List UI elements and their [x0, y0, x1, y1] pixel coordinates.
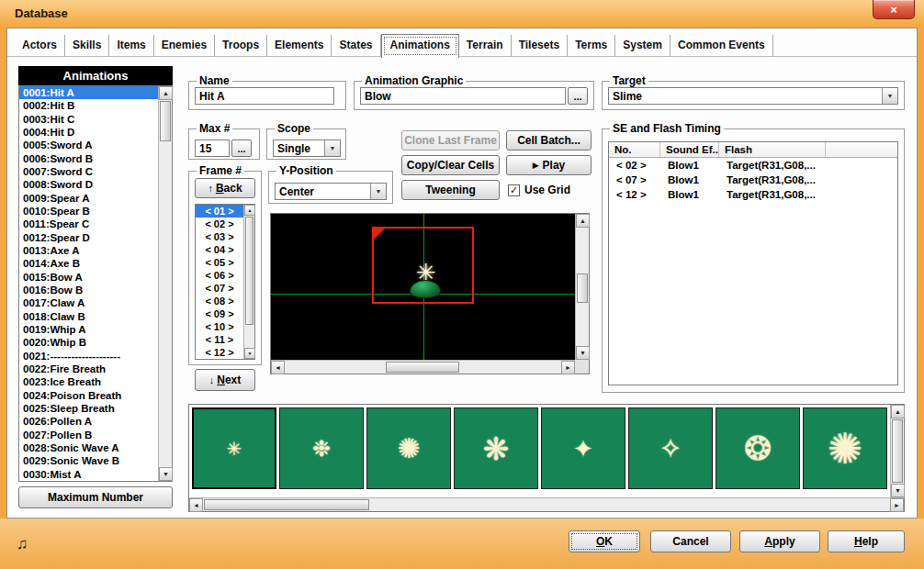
- scroll-up-button[interactable]: ▲: [891, 405, 905, 418]
- animation-list-item[interactable]: 0006:Sword B: [19, 152, 158, 165]
- scroll-up-button[interactable]: ▲: [244, 205, 255, 216]
- animation-frame-cell[interactable]: ✳: [192, 407, 276, 489]
- frame-list-item[interactable]: < 03 >: [196, 230, 243, 243]
- scroll-right-button[interactable]: ►: [890, 498, 904, 512]
- max-browse-button[interactable]: ...: [231, 139, 252, 157]
- animation-frame-cell[interactable]: ✧: [628, 407, 713, 489]
- scroll-right-button[interactable]: ►: [561, 361, 575, 374]
- animation-list-item[interactable]: 0005:Sword A: [19, 139, 158, 151]
- scrollbar-thumb[interactable]: [245, 217, 254, 325]
- animation-graphic-value[interactable]: Blow: [360, 87, 566, 105]
- animation-list-item[interactable]: 0019:Whip A: [19, 323, 158, 336]
- frame-list-item[interactable]: < 02 >: [196, 218, 243, 230]
- strip-vertical-scrollbar[interactable]: ▲ ▼: [890, 405, 904, 497]
- tab-elements[interactable]: Elements: [267, 35, 332, 57]
- column-header-no[interactable]: No.: [609, 142, 660, 157]
- animation-list-item[interactable]: 0004:Hit D: [19, 126, 158, 139]
- tab-actors[interactable]: Actors: [15, 35, 65, 57]
- animation-list-scrollbar[interactable]: ▲ ▼: [158, 86, 172, 481]
- animation-list-item[interactable]: 0029:Sonic Wave B: [19, 454, 158, 467]
- cancel-button[interactable]: Cancel: [650, 530, 731, 552]
- animation-list-item[interactable]: 0017:Claw A: [19, 296, 158, 309]
- scrollbar-thumb[interactable]: [160, 101, 171, 141]
- name-input[interactable]: [195, 87, 334, 105]
- scope-select[interactable]: Single ▼: [273, 139, 341, 157]
- chevron-down-icon[interactable]: ▼: [370, 184, 386, 199]
- animation-list-item[interactable]: 0022:Fire Breath: [19, 363, 158, 375]
- animation-list-item[interactable]: 0012:Spear D: [19, 231, 158, 244]
- maximum-number-button[interactable]: Maximum Number: [18, 486, 173, 508]
- frame-list-item[interactable]: < 08 >: [196, 295, 243, 307]
- frame-back-button[interactable]: ↑ Back: [195, 178, 255, 198]
- animation-list-item[interactable]: 0026:Pollen A: [19, 415, 158, 428]
- animation-frame-cell[interactable]: ✺: [366, 407, 451, 489]
- table-row[interactable]: < 12 > Blow1 Target(R31,G08,...: [609, 187, 897, 202]
- column-header-sound-effect[interactable]: Sound Ef...: [660, 142, 719, 157]
- se-flash-table[interactable]: No. Sound Ef... Flash < 02 > Blow1 Targe…: [608, 141, 898, 385]
- tab-items[interactable]: Items: [109, 35, 153, 57]
- chevron-down-icon[interactable]: ▼: [324, 140, 340, 156]
- scroll-down-button[interactable]: ▼: [576, 346, 590, 360]
- tab-terrain[interactable]: Terrain: [459, 35, 512, 57]
- animation-frame-cell[interactable]: ❋: [454, 407, 538, 489]
- apply-button[interactable]: Apply: [739, 530, 820, 552]
- animation-list-item[interactable]: 0013:Axe A: [19, 244, 158, 257]
- tab-common-events[interactable]: Common Events: [670, 35, 773, 57]
- tab-system[interactable]: System: [615, 35, 670, 57]
- scroll-up-button[interactable]: ▲: [576, 214, 590, 228]
- frame-list[interactable]: < 01 > < 02 > < 03 > < 04 > < 05 > < 06 …: [195, 204, 255, 360]
- titlebar[interactable]: Database ×: [0, 0, 924, 28]
- frame-list-item[interactable]: < 01 >: [196, 205, 243, 218]
- animation-list-item[interactable]: 0028:Sonic Wave A: [19, 441, 158, 454]
- animation-list-item[interactable]: 0016:Bow B: [19, 284, 158, 296]
- scrollbar-thumb[interactable]: [386, 362, 459, 373]
- tab-states[interactable]: States: [332, 35, 380, 57]
- max-input[interactable]: [195, 139, 230, 157]
- tab-skills[interactable]: Skills: [65, 35, 109, 57]
- frame-list-item[interactable]: < 05 >: [196, 256, 243, 269]
- scroll-down-button[interactable]: ▼: [244, 348, 255, 359]
- animation-list-item[interactable]: 0007:Sword C: [19, 165, 158, 178]
- animation-list-item[interactable]: 0009:Spear A: [19, 192, 158, 205]
- animation-graphic-browse-button[interactable]: ...: [568, 87, 588, 105]
- table-row[interactable]: < 07 > Blow1 Target(R31,G08,...: [609, 173, 897, 187]
- use-grid-checkbox[interactable]: ✓ Use Grid: [508, 184, 570, 196]
- help-button[interactable]: Help: [828, 530, 905, 552]
- frame-list-item[interactable]: < 10 >: [196, 320, 243, 333]
- animation-frame-cell[interactable]: ✦: [541, 407, 625, 489]
- animation-frame-cell[interactable]: ❉: [279, 407, 364, 489]
- animation-list-item[interactable]: 0010:Spear B: [19, 205, 158, 218]
- animation-list-item[interactable]: 0015:Bow A: [19, 271, 158, 284]
- play-button[interactable]: ▶ Play: [506, 155, 592, 175]
- clone-last-frame-button[interactable]: Clone Last Frame: [401, 130, 500, 151]
- scroll-up-button[interactable]: ▲: [159, 86, 173, 100]
- tab-tilesets[interactable]: Tilesets: [512, 35, 568, 57]
- chevron-down-icon[interactable]: ▼: [882, 88, 897, 104]
- animation-list-item[interactable]: 0021:--------------------: [19, 350, 158, 363]
- tab-terms[interactable]: Terms: [568, 35, 615, 57]
- strip-horizontal-scrollbar[interactable]: ◄ ►: [189, 497, 904, 511]
- tweening-button[interactable]: Tweening: [401, 180, 500, 200]
- frame-list-item[interactable]: < 11 >: [196, 333, 243, 346]
- tab-animations[interactable]: Animations: [381, 34, 459, 58]
- animation-frame-cell[interactable]: ✺: [803, 407, 887, 489]
- animation-canvas[interactable]: ✳: [271, 214, 575, 360]
- animation-list-item[interactable]: 0001:Hit A: [19, 86, 158, 99]
- animation-list-item[interactable]: 0003:Hit C: [19, 113, 158, 126]
- animation-list-item[interactable]: 0008:Sword D: [19, 178, 158, 191]
- close-button[interactable]: ×: [873, 0, 915, 19]
- scrollbar-thumb[interactable]: [892, 419, 903, 483]
- scrollbar-thumb[interactable]: [577, 273, 588, 303]
- tab-troops[interactable]: Troops: [215, 35, 267, 57]
- table-row[interactable]: < 02 > Blow1 Target(R31,G08,...: [609, 158, 897, 173]
- scroll-down-button[interactable]: ▼: [891, 484, 905, 497]
- animation-list-item[interactable]: 0020:Whip B: [19, 336, 158, 349]
- frame-list-scrollbar[interactable]: ▲ ▼: [243, 205, 254, 359]
- y-position-select[interactable]: Center ▼: [275, 183, 387, 200]
- cell-batch-button[interactable]: Cell Batch...: [506, 130, 592, 151]
- animation-list-item[interactable]: 0018:Claw B: [19, 310, 158, 323]
- frame-list-item[interactable]: < 07 >: [196, 282, 243, 295]
- animation-list-item[interactable]: 0030:Mist A: [19, 468, 158, 481]
- frame-list-item[interactable]: < 04 >: [196, 243, 243, 256]
- animation-list-item[interactable]: 0023:Ice Breath: [19, 375, 158, 388]
